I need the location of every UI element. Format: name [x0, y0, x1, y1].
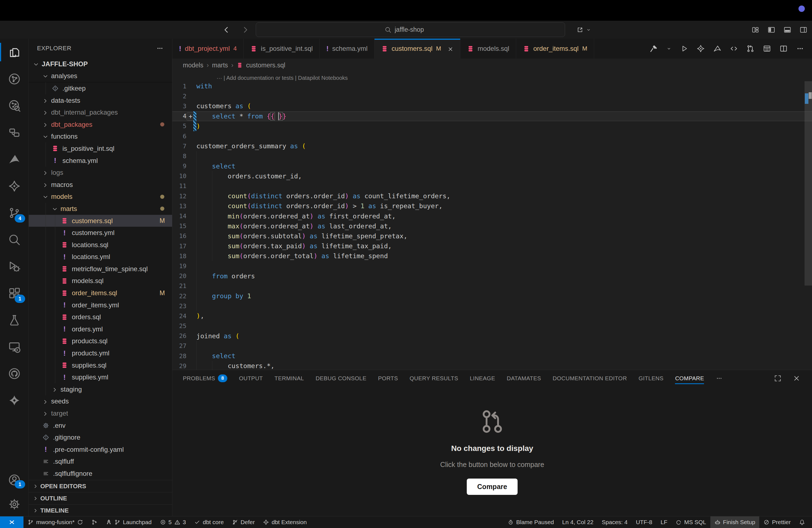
status-indentation[interactable]: Spaces: 4: [598, 516, 632, 528]
line-number[interactable]: 10: [172, 173, 186, 179]
line-number[interactable]: 28: [172, 353, 186, 360]
tree-item-customers-sql[interactable]: customers.sqlM: [29, 215, 172, 227]
code-line-14[interactable]: 14 min(orders.ordered_at) as first_order…: [172, 211, 812, 221]
breadcrumb-item[interactable]: models: [183, 62, 203, 69]
code-line-10[interactable]: 10 orders.customer_id,: [172, 171, 812, 181]
code-line-11[interactable]: 11: [172, 181, 812, 191]
status-blame[interactable]: Blame Paused: [504, 516, 558, 528]
status-notifications[interactable]: [795, 516, 809, 528]
tab-close-button[interactable]: [447, 45, 453, 53]
tree-item--sqlfluffignore[interactable]: .sqlfluffignore: [29, 468, 172, 480]
breadcrumb-item[interactable]: customers.sql: [246, 62, 285, 69]
code-line-4[interactable]: 4+ select * from {{ }}: [172, 111, 812, 121]
line-number[interactable]: 23: [172, 303, 186, 310]
activity-lineage-search[interactable]: [0, 92, 28, 119]
line-number[interactable]: 26: [172, 333, 186, 339]
activity-github[interactable]: [0, 360, 28, 387]
line-number[interactable]: 18: [172, 253, 186, 260]
line-number[interactable]: 15: [172, 223, 186, 230]
line-number[interactable]: 2: [172, 93, 186, 100]
tree-item-customers-yml[interactable]: !customers.yml: [29, 227, 172, 239]
editor-action-split[interactable]: [779, 44, 788, 53]
tree-item-marts[interactable]: marts: [29, 203, 172, 215]
code-line-17[interactable]: 17 sum(orders.tax_paid) as lifetime_tax_…: [172, 241, 812, 251]
line-number[interactable]: 25: [172, 323, 186, 329]
line-number[interactable]: 9: [172, 163, 186, 170]
line-number[interactable]: 3: [172, 103, 186, 109]
tree-item-macros[interactable]: macros: [29, 179, 172, 191]
code-line-18[interactable]: 18 sum(orders.order_total) as lifetime_s…: [172, 251, 812, 261]
code-line-7[interactable]: 7customer_orders_summary as (: [172, 141, 812, 151]
code-line-24[interactable]: 24),: [172, 311, 812, 321]
tree-item-functions[interactable]: functions: [29, 131, 172, 143]
panel-tab-query-results[interactable]: QUERY RESULTS: [410, 370, 458, 386]
activity-explorer[interactable]: [0, 39, 28, 65]
status-remote[interactable]: [0, 516, 24, 528]
tree-item--sqlfluff[interactable]: .sqlfluff: [29, 456, 172, 468]
code-editor[interactable]: ··· | Add documentation or tests | Datap…: [172, 72, 812, 370]
panel-tab-datamates[interactable]: DATAMATES: [507, 370, 541, 386]
code-line-3[interactable]: 3customers as (: [172, 101, 812, 111]
tab-schema-yml[interactable]: !schema.yml: [320, 39, 374, 59]
tree-item-analyses[interactable]: analyses: [29, 70, 172, 83]
tree-item-jaffle-shop[interactable]: JAFFLE-SHOP: [29, 58, 172, 70]
line-number[interactable]: 20: [172, 273, 186, 279]
line-number[interactable]: 5: [172, 122, 186, 130]
tab-models-sql[interactable]: models.sql: [460, 39, 516, 59]
activity-dbt-alt[interactable]: [0, 387, 28, 414]
code-line-6[interactable]: 6: [172, 131, 812, 141]
breadcrumb-item[interactable]: marts: [212, 62, 228, 69]
activity-accounts[interactable]: 1: [0, 468, 28, 492]
tree-item-models-sql[interactable]: models.sql: [29, 275, 172, 287]
code-line-13[interactable]: 13 count(distinct orders.order_id) > 1 a…: [172, 201, 812, 211]
activity-flow[interactable]: [0, 119, 28, 146]
tab-order-items-sql[interactable]: order_items.sqlM: [516, 39, 594, 59]
status-launchpad[interactable]: Launchpad: [102, 516, 156, 528]
tree-item-target[interactable]: target: [29, 407, 172, 420]
tree-item-locations-sql[interactable]: locations.sql: [29, 239, 172, 251]
tree-item-locations-yml[interactable]: !locations.yml: [29, 251, 172, 263]
status-defer[interactable]: Defer: [228, 516, 259, 528]
code-line-19[interactable]: 19: [172, 261, 812, 271]
code-line-20[interactable]: 20 from orders: [172, 271, 812, 281]
tree-item-staging[interactable]: staging: [29, 383, 172, 395]
tree-item-dbt-internal-packages[interactable]: dbt_internal_packages: [29, 106, 172, 118]
panel-tab-ports[interactable]: PORTS: [378, 370, 398, 386]
panel-tab-terminal[interactable]: TERMINAL: [275, 370, 304, 386]
nav-back-button[interactable]: [222, 26, 231, 34]
panel-tab-lineage[interactable]: LINEAGE: [470, 370, 495, 386]
line-number[interactable]: 1: [172, 83, 186, 90]
panel-tab-problems[interactable]: PROBLEMS8: [183, 370, 227, 386]
codelens[interactable]: ··· | Add documentation or tests | Datap…: [172, 72, 812, 81]
status-branch[interactable]: mwong-fusion*: [24, 516, 87, 528]
status-cursor-position[interactable]: Ln 4, Col 22: [558, 516, 598, 528]
editor-action-git-pr[interactable]: [746, 44, 755, 53]
maximize-panel-button[interactable]: [774, 375, 782, 382]
line-number[interactable]: 11: [172, 182, 186, 189]
code-line-27[interactable]: 27: [172, 341, 812, 351]
tree-item--gitignore[interactable]: .gitignore: [29, 431, 172, 443]
tree-item-order-items-yml[interactable]: !order_items.yml: [29, 299, 172, 311]
tree-item-dbt-packages[interactable]: dbt_packages: [29, 118, 172, 131]
panel-tab-output[interactable]: OUTPUT: [239, 370, 263, 386]
customize-layout-button[interactable]: [751, 26, 759, 34]
code-line-16[interactable]: 16 sum(orders.subtotal) as lifetime_spen…: [172, 231, 812, 241]
code-line-21[interactable]: 21: [172, 281, 812, 291]
status-dbt-extension[interactable]: dbt Extension: [259, 516, 311, 528]
status-problems[interactable]: 53: [156, 516, 190, 528]
status-eol[interactable]: LF: [656, 516, 672, 528]
panel-tab-compare[interactable]: COMPARE: [675, 370, 704, 386]
compare-button[interactable]: Compare: [467, 479, 518, 495]
tree-item-data-tests[interactable]: data-tests: [29, 94, 172, 107]
line-number[interactable]: 13: [172, 203, 186, 210]
explorer-more-actions-icon[interactable]: [156, 44, 164, 52]
scrollbar-slider[interactable]: [804, 81, 812, 285]
section-open-editors[interactable]: OPEN EDITORS: [29, 480, 172, 492]
activity-run-debug[interactable]: [0, 253, 28, 280]
search-input[interactable]: [395, 26, 436, 33]
toggle-primary-sidebar-button[interactable]: [767, 26, 775, 34]
section-timeline[interactable]: TIMELINE: [29, 504, 172, 516]
nav-forward-button[interactable]: [241, 26, 249, 34]
tree-item-order-items-sql[interactable]: order_items.sqlM: [29, 287, 172, 299]
tree-item-supplies-yml[interactable]: !supplies.yml: [29, 371, 172, 383]
